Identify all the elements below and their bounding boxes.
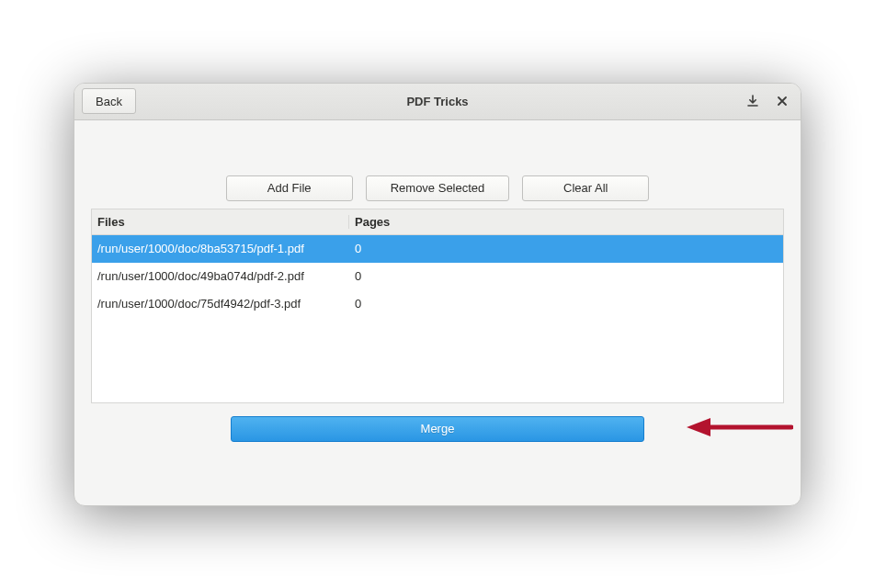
action-toolbar: Add File Remove Selected Clear All bbox=[91, 175, 784, 201]
svg-marker-1 bbox=[687, 418, 710, 436]
window-title: PDF Tricks bbox=[74, 95, 801, 108]
cell-file-path: /run/user/1000/doc/49ba074d/pdf-2.pdf bbox=[92, 269, 349, 283]
window-shadow: Back PDF Tricks Add File Remove Selected… bbox=[74, 83, 801, 506]
table-header: Files Pages bbox=[92, 209, 783, 235]
files-table: Files Pages /run/user/1000/doc/8ba53715/… bbox=[91, 209, 784, 403]
download-icon[interactable] bbox=[745, 94, 760, 108]
merge-row: Merge bbox=[91, 416, 784, 442]
table-row[interactable]: /run/user/1000/doc/75df4942/pdf-3.pdf0 bbox=[92, 290, 783, 318]
column-header-pages[interactable]: Pages bbox=[349, 215, 783, 229]
cell-file-path: /run/user/1000/doc/8ba53715/pdf-1.pdf bbox=[92, 242, 349, 255]
add-file-button[interactable]: Add File bbox=[226, 175, 353, 201]
merge-button[interactable]: Merge bbox=[231, 416, 644, 442]
column-header-files[interactable]: Files bbox=[92, 215, 349, 229]
content-area: Add File Remove Selected Clear All Files… bbox=[74, 120, 801, 505]
cell-file-path: /run/user/1000/doc/75df4942/pdf-3.pdf bbox=[92, 297, 349, 311]
clear-all-button[interactable]: Clear All bbox=[522, 175, 649, 201]
cell-pages: 0 bbox=[349, 242, 783, 255]
back-button[interactable]: Back bbox=[82, 88, 136, 114]
titlebar: Back PDF Tricks bbox=[74, 84, 801, 120]
table-row[interactable]: /run/user/1000/doc/49ba074d/pdf-2.pdf0 bbox=[92, 263, 783, 290]
table-row[interactable]: /run/user/1000/doc/8ba53715/pdf-1.pdf0 bbox=[92, 235, 783, 263]
close-icon[interactable] bbox=[775, 94, 790, 108]
app-window: Back PDF Tricks Add File Remove Selected… bbox=[74, 83, 801, 506]
remove-selected-button[interactable]: Remove Selected bbox=[366, 175, 510, 201]
cell-pages: 0 bbox=[349, 269, 783, 283]
title-controls bbox=[745, 94, 790, 108]
annotation-arrow-icon bbox=[683, 415, 793, 443]
table-body: /run/user/1000/doc/8ba53715/pdf-1.pdf0/r… bbox=[92, 235, 783, 402]
cell-pages: 0 bbox=[349, 297, 783, 311]
